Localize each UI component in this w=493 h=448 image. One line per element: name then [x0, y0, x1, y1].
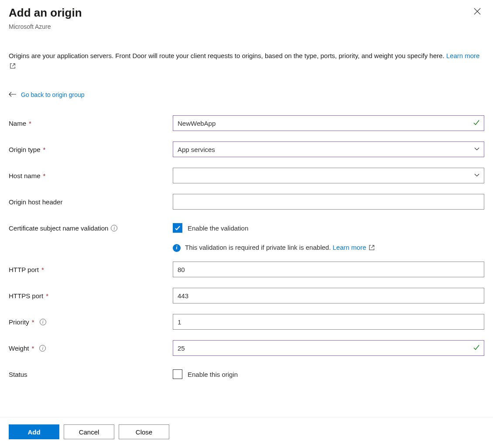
priority-input[interactable] — [173, 314, 484, 330]
name-label: Name — [9, 120, 26, 127]
cert-validation-label: Certificate subject name validation — [9, 224, 108, 232]
required-indicator: * — [43, 146, 46, 153]
cancel-button[interactable]: Cancel — [64, 424, 114, 439]
enable-origin-label: Enable this origin — [188, 371, 238, 378]
check-icon — [473, 119, 480, 128]
validation-info-text: This validation is required if private l… — [185, 244, 375, 252]
host-name-select[interactable] — [173, 168, 484, 183]
enable-validation-label: Enable the validation — [188, 224, 248, 232]
name-input[interactable] — [173, 115, 484, 131]
required-indicator: * — [29, 120, 31, 127]
external-link-icon — [10, 62, 16, 72]
status-label: Status — [9, 371, 27, 378]
info-icon[interactable]: i — [111, 225, 117, 231]
external-link-icon — [369, 245, 375, 252]
check-icon — [473, 344, 480, 352]
origin-type-value: App services — [178, 146, 215, 153]
host-name-label: Host name — [9, 172, 41, 179]
panel-title: Add an origin — [9, 6, 82, 20]
host-header-label: Origin host header — [9, 198, 62, 206]
description-text: Origins are your application servers. Fr… — [9, 52, 446, 59]
http-port-label: HTTP port — [9, 266, 39, 273]
origin-type-label: Origin type — [9, 146, 41, 153]
http-port-input[interactable] — [173, 262, 484, 277]
required-indicator: * — [31, 345, 34, 352]
validation-learn-more-link[interactable]: Learn more — [333, 244, 375, 251]
required-indicator: * — [41, 266, 44, 273]
required-indicator: * — [46, 292, 48, 300]
priority-label: Priority — [9, 318, 29, 326]
required-indicator: * — [43, 172, 46, 179]
arrow-left-icon — [9, 91, 17, 99]
host-header-input[interactable] — [173, 194, 484, 210]
origin-type-select[interactable]: App services — [173, 141, 484, 157]
required-indicator: * — [32, 318, 34, 326]
panel-description: Origins are your application servers. Fr… — [9, 51, 484, 72]
add-button[interactable]: Add — [9, 424, 59, 439]
close-button[interactable]: Close — [119, 424, 169, 439]
https-port-input[interactable] — [173, 288, 484, 303]
enable-origin-checkbox[interactable] — [173, 369, 182, 379]
weight-input[interactable] — [173, 340, 484, 356]
weight-label: Weight — [9, 345, 29, 352]
info-icon[interactable]: i — [39, 345, 46, 352]
https-port-label: HTTPS port — [9, 292, 43, 300]
info-icon[interactable]: i — [40, 319, 46, 325]
back-to-origin-group-link[interactable]: Go back to origin group — [21, 91, 85, 98]
enable-validation-checkbox[interactable] — [173, 223, 182, 233]
info-blue-icon: i — [173, 244, 181, 252]
close-icon[interactable] — [470, 6, 484, 17]
panel-subtitle: Microsoft Azure — [9, 23, 82, 30]
